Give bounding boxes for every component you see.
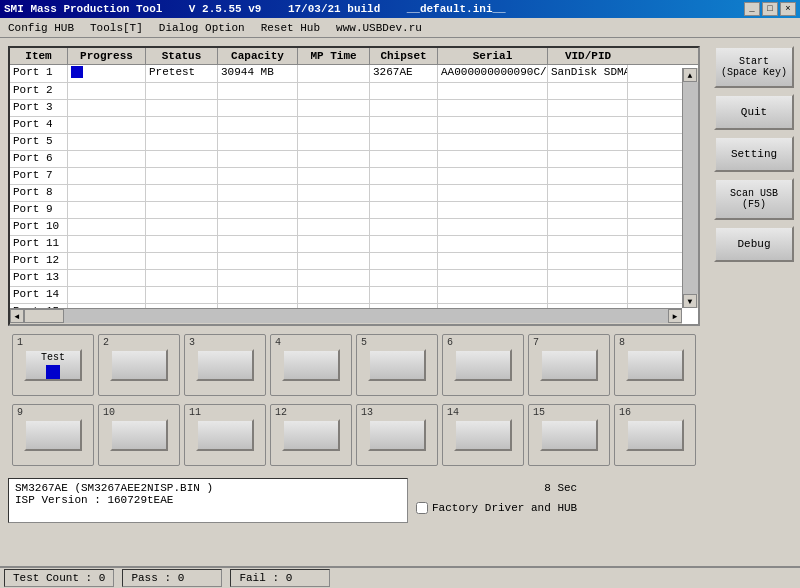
port-number: 16 <box>619 407 631 418</box>
menu-dialog-option[interactable]: Dialog Option <box>155 21 249 35</box>
menu-config-hub[interactable]: Config HUB <box>4 21 78 35</box>
port-button-6[interactable] <box>454 349 512 381</box>
start-button[interactable]: Start(Space Key) <box>714 46 794 88</box>
table-cell <box>146 202 218 218</box>
table-cell: Port 10 <box>10 219 68 235</box>
table-cell <box>218 253 298 269</box>
scroll-down-button[interactable]: ▼ <box>683 294 697 308</box>
table-cell <box>146 270 218 286</box>
col-progress: Progress <box>68 48 146 64</box>
table-cell <box>68 134 146 150</box>
port-number: 10 <box>103 407 115 418</box>
port-label: Test <box>41 352 65 363</box>
port-button-14[interactable] <box>454 419 512 451</box>
close-button[interactable]: × <box>780 2 796 16</box>
table-cell <box>370 185 438 201</box>
scan-usb-button[interactable]: Scan USB(F5) <box>714 178 794 220</box>
minimize-button[interactable]: _ <box>744 2 760 16</box>
port-button-3[interactable] <box>196 349 254 381</box>
fail-label: Fail : 0 <box>239 572 292 584</box>
scroll-up-button[interactable]: ▲ <box>683 68 697 82</box>
table-cell <box>68 185 146 201</box>
port-button-13[interactable] <box>368 419 426 451</box>
port-group-5: 5 <box>356 334 438 396</box>
h-scroll-thumb[interactable] <box>24 309 64 323</box>
v-scrollbar[interactable]: ▲ ▼ <box>682 68 698 308</box>
table-cell <box>370 168 438 184</box>
table-cell <box>438 219 548 235</box>
table-cell <box>548 185 628 201</box>
port-button-11[interactable] <box>196 419 254 451</box>
h-scrollbar[interactable]: ◄ ► <box>10 308 682 324</box>
maximize-button[interactable]: □ <box>762 2 778 16</box>
table-cell <box>548 117 628 133</box>
table-cell <box>548 100 628 116</box>
port-button-2[interactable] <box>110 349 168 381</box>
menu-tools[interactable]: Tools[T] <box>86 21 147 35</box>
table-cell: Port 11 <box>10 236 68 252</box>
port-button-7[interactable] <box>540 349 598 381</box>
port-button-8[interactable] <box>626 349 684 381</box>
scroll-track <box>683 82 698 294</box>
menu-website[interactable]: www.USBDev.ru <box>332 21 426 35</box>
table-cell: Port 6 <box>10 151 68 167</box>
quit-button[interactable]: Quit <box>714 94 794 130</box>
menu-reset-hub[interactable]: Reset Hub <box>257 21 324 35</box>
table-row: Port 10 <box>10 219 698 236</box>
port-button-9[interactable] <box>24 419 82 451</box>
table-row: Port 5 <box>10 134 698 151</box>
port-number: 9 <box>17 407 23 418</box>
port-button-10[interactable] <box>110 419 168 451</box>
table-cell <box>548 253 628 269</box>
port-button-16[interactable] <box>626 419 684 451</box>
table-cell <box>298 100 370 116</box>
port-button-1[interactable]: Test <box>24 349 82 381</box>
table-cell <box>438 100 548 116</box>
table-row: Port 9 <box>10 202 698 219</box>
port-button-15[interactable] <box>540 419 598 451</box>
test-count-label: Test Count : 0 <box>13 572 105 584</box>
port-number: 5 <box>361 337 367 348</box>
port-button-4[interactable] <box>282 349 340 381</box>
table-cell: Port 8 <box>10 185 68 201</box>
port-group-13: 13 <box>356 404 438 466</box>
main-area: Item Progress Status Capacity MP Time Ch… <box>0 38 800 586</box>
table-cell: AA000000000090C/100 <box>438 65 548 82</box>
scroll-right-button[interactable]: ► <box>668 309 682 323</box>
factory-checkbox[interactable] <box>416 502 428 514</box>
right-panel: Start(Space Key) Quit Setting Scan USB(F… <box>708 38 800 586</box>
table-cell: Port 9 <box>10 202 68 218</box>
table-cell <box>370 151 438 167</box>
table-cell <box>68 270 146 286</box>
table-cell <box>298 65 370 82</box>
build-date: 17/03/21 build <box>288 3 380 15</box>
table-cell <box>438 287 548 303</box>
table-cell <box>68 219 146 235</box>
table-cell <box>548 219 628 235</box>
port-number: 6 <box>447 337 453 348</box>
setting-button[interactable]: Setting <box>714 136 794 172</box>
port-button-12[interactable] <box>282 419 340 451</box>
table-cell <box>68 236 146 252</box>
port-indicator <box>46 365 60 379</box>
table-cell <box>298 236 370 252</box>
port-row-1: 1Test2345678 <box>8 332 700 398</box>
table-cell: SanDisk SDMAL <box>548 65 628 82</box>
table-cell: 3267AE <box>370 65 438 82</box>
table-cell <box>218 185 298 201</box>
debug-button[interactable]: Debug <box>714 226 794 262</box>
table-row: Port 1Pretest30944 MB3267AEAA00000000009… <box>10 65 698 83</box>
table-cell <box>548 202 628 218</box>
table-cell <box>68 117 146 133</box>
table-cell <box>218 168 298 184</box>
port-group-15: 15 <box>528 404 610 466</box>
table-row: Port 2 <box>10 83 698 100</box>
table-cell <box>548 168 628 184</box>
port-button-5[interactable] <box>368 349 426 381</box>
port-group-11: 11 <box>184 404 266 466</box>
table-cell <box>548 151 628 167</box>
col-chipset: Chipset <box>370 48 438 64</box>
scroll-left-button[interactable]: ◄ <box>10 309 24 323</box>
table-cell <box>218 202 298 218</box>
table-cell <box>548 270 628 286</box>
